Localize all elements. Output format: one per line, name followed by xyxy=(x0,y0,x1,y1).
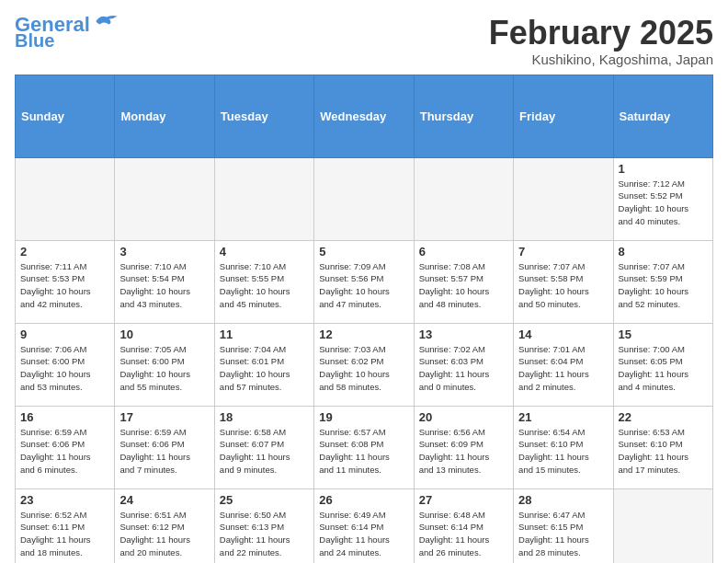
day-number: 12 xyxy=(319,327,408,341)
day-number: 13 xyxy=(419,327,508,341)
day-info: Sunrise: 7:10 AMSunset: 5:55 PMDaylight:… xyxy=(220,260,309,311)
calendar-cell: 5Sunrise: 7:09 AMSunset: 5:56 PMDaylight… xyxy=(314,240,414,323)
calendar-cell xyxy=(314,157,414,240)
logo-blue-text: Blue xyxy=(15,31,54,50)
day-number: 23 xyxy=(20,493,109,507)
logo: General Blue xyxy=(15,15,119,50)
calendar-cell xyxy=(115,157,214,240)
calendar-cell: 10Sunrise: 7:05 AMSunset: 6:00 PMDayligh… xyxy=(115,323,214,406)
day-number: 15 xyxy=(619,327,708,341)
day-info: Sunrise: 7:07 AMSunset: 5:59 PMDaylight:… xyxy=(619,260,708,311)
calendar-cell: 6Sunrise: 7:08 AMSunset: 5:57 PMDaylight… xyxy=(414,240,513,323)
calendar-week-4: 23Sunrise: 6:52 AMSunset: 6:11 PMDayligh… xyxy=(16,488,713,563)
day-number: 28 xyxy=(518,493,608,507)
calendar-cell: 22Sunrise: 6:53 AMSunset: 6:10 PMDayligh… xyxy=(613,406,712,488)
day-number: 10 xyxy=(119,327,209,341)
day-number: 8 xyxy=(619,245,708,259)
calendar-cell xyxy=(613,488,712,563)
calendar-cell: 17Sunrise: 6:59 AMSunset: 6:06 PMDayligh… xyxy=(115,406,214,488)
calendar-cell: 19Sunrise: 6:57 AMSunset: 6:08 PMDayligh… xyxy=(314,406,414,488)
calendar-cell xyxy=(214,157,313,240)
day-info: Sunrise: 6:49 AMSunset: 6:14 PMDaylight:… xyxy=(319,509,408,559)
calendar-cell: 23Sunrise: 6:52 AMSunset: 6:11 PMDayligh… xyxy=(16,488,115,563)
day-number: 16 xyxy=(20,410,109,424)
day-info: Sunrise: 6:52 AMSunset: 6:11 PMDaylight:… xyxy=(20,509,109,559)
weekday-saturday: Saturday xyxy=(613,75,712,157)
day-number: 14 xyxy=(518,327,608,341)
weekday-header-row: SundayMondayTuesdayWednesdayThursdayFrid… xyxy=(16,75,713,157)
calendar-cell: 12Sunrise: 7:03 AMSunset: 6:02 PMDayligh… xyxy=(314,323,414,406)
day-number: 9 xyxy=(20,327,109,341)
day-info: Sunrise: 7:02 AMSunset: 6:03 PMDaylight:… xyxy=(419,343,508,394)
logo-bird-icon xyxy=(94,13,119,29)
day-info: Sunrise: 6:57 AMSunset: 6:08 PMDaylight:… xyxy=(319,426,408,477)
title-block: February 2025 Kushikino, Kagoshima, Japa… xyxy=(489,15,713,67)
day-info: Sunrise: 7:08 AMSunset: 5:57 PMDaylight:… xyxy=(419,260,508,311)
day-info: Sunrise: 7:03 AMSunset: 6:02 PMDaylight:… xyxy=(319,343,408,394)
day-number: 26 xyxy=(319,493,408,507)
calendar-cell: 9Sunrise: 7:06 AMSunset: 6:00 PMDaylight… xyxy=(16,323,115,406)
day-info: Sunrise: 7:12 AMSunset: 5:52 PMDaylight:… xyxy=(619,178,708,228)
calendar-cell: 11Sunrise: 7:04 AMSunset: 6:01 PMDayligh… xyxy=(214,323,313,406)
day-number: 20 xyxy=(419,410,508,424)
day-info: Sunrise: 7:11 AMSunset: 5:53 PMDaylight:… xyxy=(20,260,109,311)
calendar-cell: 3Sunrise: 7:10 AMSunset: 5:54 PMDaylight… xyxy=(115,240,214,323)
day-info: Sunrise: 6:59 AMSunset: 6:06 PMDaylight:… xyxy=(119,426,209,477)
calendar-cell: 15Sunrise: 7:00 AMSunset: 6:05 PMDayligh… xyxy=(613,323,712,406)
day-info: Sunrise: 6:48 AMSunset: 6:14 PMDaylight:… xyxy=(419,509,508,559)
month-title: February 2025 xyxy=(489,15,713,52)
weekday-monday: Monday xyxy=(115,75,214,157)
day-info: Sunrise: 6:56 AMSunset: 6:09 PMDaylight:… xyxy=(419,426,508,477)
day-number: 21 xyxy=(518,410,608,424)
weekday-tuesday: Tuesday xyxy=(214,75,313,157)
day-number: 19 xyxy=(319,410,408,424)
day-info: Sunrise: 7:01 AMSunset: 6:04 PMDaylight:… xyxy=(518,343,608,394)
day-number: 4 xyxy=(220,245,309,259)
calendar-week-0: 1Sunrise: 7:12 AMSunset: 5:52 PMDaylight… xyxy=(16,157,713,240)
calendar-cell: 7Sunrise: 7:07 AMSunset: 5:58 PMDaylight… xyxy=(514,240,613,323)
day-info: Sunrise: 6:50 AMSunset: 6:13 PMDaylight:… xyxy=(220,509,309,559)
day-info: Sunrise: 6:58 AMSunset: 6:07 PMDaylight:… xyxy=(220,426,309,477)
calendar-table: SundayMondayTuesdayWednesdayThursdayFrid… xyxy=(15,75,713,563)
calendar-cell: 8Sunrise: 7:07 AMSunset: 5:59 PMDaylight… xyxy=(613,240,712,323)
calendar-week-2: 9Sunrise: 7:06 AMSunset: 6:00 PMDaylight… xyxy=(16,323,713,406)
weekday-friday: Friday xyxy=(514,75,613,157)
calendar-cell: 20Sunrise: 6:56 AMSunset: 6:09 PMDayligh… xyxy=(414,406,513,488)
day-info: Sunrise: 6:59 AMSunset: 6:06 PMDaylight:… xyxy=(20,426,109,477)
calendar-cell: 21Sunrise: 6:54 AMSunset: 6:10 PMDayligh… xyxy=(514,406,613,488)
day-number: 25 xyxy=(220,493,309,507)
calendar-cell xyxy=(414,157,513,240)
weekday-sunday: Sunday xyxy=(16,75,115,157)
calendar-cell: 26Sunrise: 6:49 AMSunset: 6:14 PMDayligh… xyxy=(314,488,414,563)
day-number: 6 xyxy=(419,245,508,259)
calendar-cell: 14Sunrise: 7:01 AMSunset: 6:04 PMDayligh… xyxy=(514,323,613,406)
day-info: Sunrise: 7:05 AMSunset: 6:00 PMDaylight:… xyxy=(119,343,209,394)
day-number: 3 xyxy=(119,245,209,259)
day-info: Sunrise: 7:04 AMSunset: 6:01 PMDaylight:… xyxy=(220,343,309,394)
calendar-cell: 2Sunrise: 7:11 AMSunset: 5:53 PMDaylight… xyxy=(16,240,115,323)
calendar-cell: 25Sunrise: 6:50 AMSunset: 6:13 PMDayligh… xyxy=(214,488,313,563)
day-info: Sunrise: 7:06 AMSunset: 6:00 PMDaylight:… xyxy=(20,343,109,394)
day-number: 11 xyxy=(220,327,309,341)
day-number: 27 xyxy=(419,493,508,507)
calendar-body: 1Sunrise: 7:12 AMSunset: 5:52 PMDaylight… xyxy=(16,157,713,563)
day-info: Sunrise: 7:00 AMSunset: 6:05 PMDaylight:… xyxy=(619,343,708,394)
day-number: 2 xyxy=(20,245,109,259)
calendar-cell: 13Sunrise: 7:02 AMSunset: 6:03 PMDayligh… xyxy=(414,323,513,406)
day-number: 17 xyxy=(119,410,209,424)
page-header: General Blue February 2025 Kushikino, Ka… xyxy=(15,15,713,67)
day-number: 7 xyxy=(518,245,608,259)
calendar-cell: 28Sunrise: 6:47 AMSunset: 6:15 PMDayligh… xyxy=(514,488,613,563)
day-info: Sunrise: 7:10 AMSunset: 5:54 PMDaylight:… xyxy=(119,260,209,311)
day-info: Sunrise: 6:47 AMSunset: 6:15 PMDaylight:… xyxy=(518,509,608,559)
calendar-cell: 16Sunrise: 6:59 AMSunset: 6:06 PMDayligh… xyxy=(16,406,115,488)
day-number: 22 xyxy=(619,410,708,424)
weekday-wednesday: Wednesday xyxy=(314,75,414,157)
calendar-cell xyxy=(514,157,613,240)
calendar-cell: 1Sunrise: 7:12 AMSunset: 5:52 PMDaylight… xyxy=(613,157,712,240)
day-info: Sunrise: 7:07 AMSunset: 5:58 PMDaylight:… xyxy=(518,260,608,311)
calendar-week-1: 2Sunrise: 7:11 AMSunset: 5:53 PMDaylight… xyxy=(16,240,713,323)
day-number: 18 xyxy=(220,410,309,424)
calendar-cell: 24Sunrise: 6:51 AMSunset: 6:12 PMDayligh… xyxy=(115,488,214,563)
location: Kushikino, Kagoshima, Japan xyxy=(489,52,713,67)
